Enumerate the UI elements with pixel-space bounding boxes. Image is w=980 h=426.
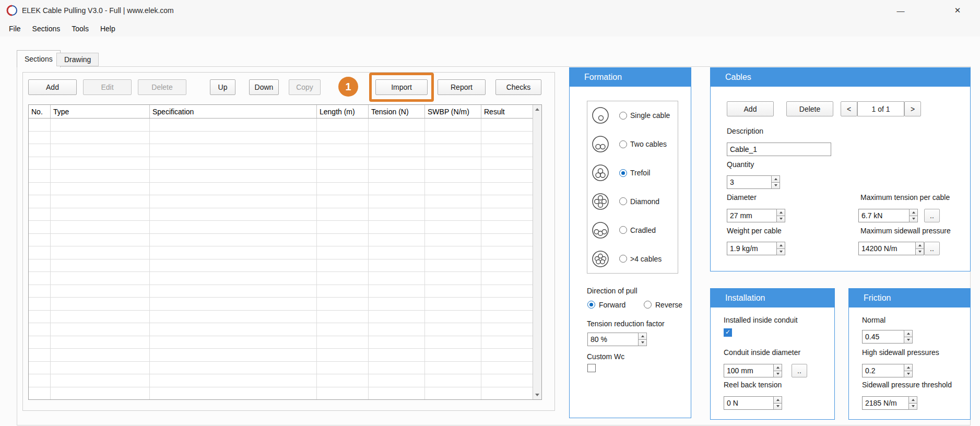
custom-wc-checkbox[interactable]	[587, 364, 596, 372]
spinner-up-button[interactable]	[773, 396, 782, 404]
formation-option[interactable]: Two cables	[587, 130, 678, 159]
max-sidewall-input[interactable]	[858, 242, 916, 255]
table-row[interactable]	[29, 144, 533, 157]
spinner-down-button[interactable]	[908, 403, 917, 410]
spinner-down-button[interactable]	[638, 339, 647, 347]
spinner-up-button[interactable]	[773, 364, 782, 371]
column-header-length[interactable]: Length (m)	[317, 105, 369, 118]
cables-next-button[interactable]: >	[904, 101, 921, 116]
tab-drawing[interactable]: Drawing	[56, 53, 99, 66]
table-row[interactable]	[29, 311, 533, 324]
menu-tools[interactable]: Tools	[66, 21, 95, 37]
table-row[interactable]	[29, 246, 533, 259]
spinner-up-button[interactable]	[909, 209, 918, 216]
cables-prev-button[interactable]: <	[841, 101, 857, 116]
spinner-down-button[interactable]	[776, 216, 785, 223]
radio-reverse[interactable]	[644, 301, 652, 309]
max-tension-input[interactable]	[858, 209, 910, 222]
weight-input[interactable]	[727, 242, 777, 255]
spinner-up-button[interactable]	[908, 396, 917, 404]
formation-option[interactable]: Cradled	[587, 216, 678, 244]
table-row[interactable]	[29, 374, 533, 387]
table-row[interactable]	[29, 349, 533, 362]
spinner-down-button[interactable]	[773, 403, 782, 410]
radio-single-cable[interactable]	[619, 112, 627, 120]
max-tension-more-button[interactable]: ..	[924, 209, 940, 222]
formation-option[interactable]: >4 cables	[587, 244, 678, 273]
vertical-scrollbar[interactable]	[533, 105, 541, 399]
spinner-down-button[interactable]	[915, 249, 924, 256]
radio-cradled[interactable]	[619, 226, 627, 234]
table-row[interactable]	[29, 387, 533, 400]
radio-forward[interactable]	[587, 301, 595, 309]
copy-button[interactable]: Copy	[289, 79, 321, 95]
tension-reduction-input[interactable]	[587, 333, 639, 346]
column-header-no[interactable]: No.	[29, 105, 51, 118]
minimize-button[interactable]: —	[886, 0, 915, 21]
formation-option[interactable]: Single cable	[587, 101, 678, 130]
spinner-up-button[interactable]	[904, 364, 913, 371]
table-row[interactable]	[29, 234, 533, 247]
add-button[interactable]: Add	[28, 79, 77, 95]
radio-two-cables[interactable]	[619, 140, 627, 148]
table-row[interactable]	[29, 323, 533, 336]
checks-button[interactable]: Checks	[495, 79, 541, 95]
installed-inside-conduit-checkbox[interactable]	[724, 328, 732, 337]
formation-option[interactable]: Diamond	[587, 187, 678, 216]
spinner-down-button[interactable]	[904, 337, 913, 344]
column-header-type[interactable]: Type	[51, 105, 150, 118]
column-header-specification[interactable]: Specification	[150, 105, 317, 118]
quantity-input[interactable]	[727, 175, 772, 189]
spinner-down-button[interactable]	[904, 371, 913, 378]
spinner-up-button[interactable]	[915, 242, 924, 249]
spinner-up-button[interactable]	[638, 333, 647, 340]
table-row[interactable]	[29, 170, 533, 183]
cables-add-button[interactable]: Add	[727, 101, 774, 116]
scroll-up-button[interactable]	[533, 105, 541, 114]
conduit-diameter-input[interactable]	[724, 364, 774, 377]
table-row[interactable]	[29, 336, 533, 349]
table-row[interactable]	[29, 183, 533, 196]
conduit-diameter-more-button[interactable]: ..	[792, 364, 807, 377]
table-row[interactable]	[29, 195, 533, 208]
table-row[interactable]	[29, 272, 533, 285]
spinner-down-button[interactable]	[773, 371, 782, 378]
menu-file[interactable]: File	[3, 21, 27, 37]
down-button[interactable]: Down	[249, 79, 279, 95]
report-button[interactable]: Report	[438, 79, 486, 95]
spinner-down-button[interactable]	[909, 216, 918, 223]
scroll-down-button[interactable]	[533, 390, 541, 399]
table-row[interactable]	[29, 362, 533, 375]
diameter-input[interactable]	[727, 209, 777, 222]
table-row[interactable]	[29, 259, 533, 273]
table-row[interactable]	[29, 157, 533, 170]
high-sidewall-friction-input[interactable]	[862, 364, 904, 377]
column-header-swbp[interactable]: SWBP (N/m)	[425, 105, 481, 118]
reel-back-tension-input[interactable]	[724, 396, 774, 410]
spinner-up-button[interactable]	[776, 209, 785, 216]
up-button[interactable]: Up	[210, 79, 235, 95]
table-row[interactable]	[29, 221, 533, 234]
table-row[interactable]	[29, 298, 533, 311]
spinner-down-button[interactable]	[771, 182, 780, 190]
delete-button[interactable]: Delete	[138, 79, 186, 95]
table-row[interactable]	[29, 208, 533, 221]
table-row[interactable]	[29, 119, 533, 132]
radio-trefoil[interactable]	[619, 169, 627, 177]
formation-option[interactable]: Trefoil	[587, 159, 678, 187]
close-button[interactable]: ✕	[943, 0, 972, 21]
column-header-result[interactable]: Result	[481, 105, 533, 118]
sidewall-threshold-input[interactable]	[862, 396, 909, 410]
spinner-up-button[interactable]	[904, 330, 913, 337]
table-row[interactable]	[29, 132, 533, 145]
radio-diamond[interactable]	[619, 197, 627, 205]
table-row[interactable]	[29, 285, 533, 298]
menu-sections[interactable]: Sections	[27, 21, 66, 37]
radio-gt4-cables[interactable]	[619, 255, 627, 263]
spinner-down-button[interactable]	[776, 249, 785, 256]
menu-help[interactable]: Help	[95, 21, 121, 37]
spinner-up-button[interactable]	[776, 242, 785, 249]
normal-friction-input[interactable]	[862, 330, 904, 344]
cables-delete-button[interactable]: Delete	[786, 101, 833, 116]
spinner-up-button[interactable]	[771, 175, 780, 183]
